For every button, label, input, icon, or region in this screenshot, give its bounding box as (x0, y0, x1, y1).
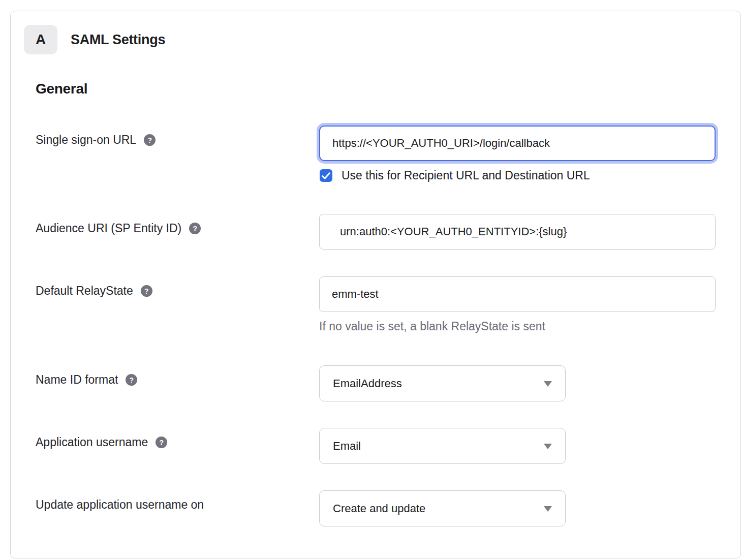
field-row-audience-uri: Audience URI (SP Entity ID) ? (11, 214, 740, 250)
field-row-application-username: Application username ? Email (11, 428, 740, 464)
field-label-default-relaystate: Default RelayState (36, 284, 133, 298)
label-col: Application username ? (36, 428, 319, 449)
page-title: SAML Settings (71, 32, 165, 48)
field-row-update-application-username: Update application username on Create an… (11, 490, 740, 526)
label-col: Single sign-on URL ? (36, 126, 319, 147)
chevron-down-icon (544, 381, 552, 387)
recipient-url-checkbox[interactable] (320, 169, 332, 182)
field-label-single-sign-on-url: Single sign-on URL (36, 133, 136, 147)
control-col (319, 214, 740, 250)
select-value: Create and update (333, 502, 425, 515)
control-col: Create and update (319, 490, 740, 526)
section-badge: A (24, 25, 57, 54)
field-row-single-sign-on-url: Single sign-on URL ? Use this for Recipi… (11, 126, 740, 182)
default-relaystate-input[interactable] (319, 276, 716, 312)
select-value: Email (333, 440, 361, 453)
relaystate-helper-text: If no value is set, a blank RelayState i… (319, 320, 740, 333)
label-col: Default RelayState ? (36, 276, 319, 298)
label-col: Name ID format ? (36, 365, 319, 387)
page: A SAML Settings General Single sign-on U… (0, 0, 743, 560)
select-value: EmailAddress (333, 377, 402, 390)
audience-uri-input[interactable] (319, 214, 716, 250)
label-col: Audience URI (SP Entity ID) ? (36, 214, 319, 235)
card-header: A SAML Settings (24, 25, 740, 54)
help-icon[interactable]: ? (144, 134, 156, 146)
control-col: If no value is set, a blank RelayState i… (319, 276, 740, 333)
field-row-default-relaystate: Default RelayState ? If no value is set,… (11, 276, 740, 333)
help-icon[interactable]: ? (156, 437, 167, 448)
field-label-name-id-format: Name ID format (36, 372, 118, 387)
field-label-update-application-username: Update application username on (36, 497, 204, 512)
label-col: Update application username on (36, 490, 319, 512)
control-col: Use this for Recipient URL and Destinati… (319, 126, 740, 182)
field-row-name-id-format: Name ID format ? EmailAddress (11, 365, 740, 401)
field-label-audience-uri: Audience URI (SP Entity ID) (36, 221, 181, 235)
section-heading-general: General (36, 81, 740, 97)
name-id-format-select[interactable]: EmailAddress (319, 365, 566, 401)
check-icon (322, 172, 330, 179)
application-username-select[interactable]: Email (319, 428, 566, 464)
recipient-url-checkbox-row: Use this for Recipient URL and Destinati… (320, 169, 740, 182)
control-col: EmailAddress (319, 365, 740, 401)
help-icon[interactable]: ? (141, 285, 152, 297)
control-col: Email (319, 428, 740, 464)
saml-settings-card: A SAML Settings General Single sign-on U… (10, 11, 741, 558)
update-app-username-select[interactable]: Create and update (319, 490, 566, 526)
single-sign-on-url-input[interactable] (319, 126, 716, 161)
field-label-application-username: Application username (36, 435, 148, 449)
help-icon[interactable]: ? (126, 374, 137, 386)
chevron-down-icon (544, 444, 552, 449)
help-icon[interactable]: ? (189, 223, 201, 234)
chevron-down-icon (544, 506, 552, 512)
checkbox-label: Use this for Recipient URL and Destinati… (342, 169, 590, 182)
